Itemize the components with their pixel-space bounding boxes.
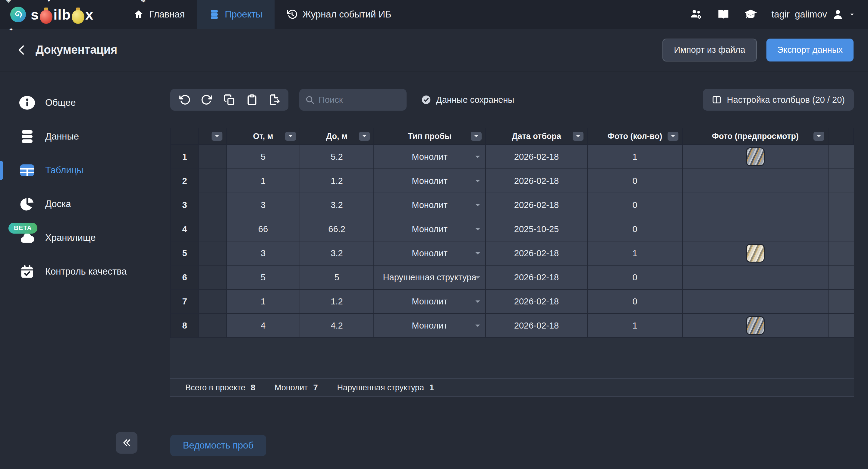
overflow-cell[interactable] (829, 314, 854, 338)
samples-report-button[interactable]: Ведомость проб (170, 435, 266, 456)
row-number-cell[interactable]: 2 (170, 169, 199, 193)
overflow-cell[interactable] (829, 242, 854, 265)
sidebar-item-storage[interactable]: BETA Хранилище (0, 221, 154, 255)
dropdown-caret-icon[interactable] (475, 276, 480, 279)
nav-tab-projects[interactable]: Проекты (197, 0, 274, 29)
sidebar-item-quality-control[interactable]: Контроль качества (0, 255, 154, 288)
row-select-cell[interactable] (199, 145, 227, 169)
import-from-file-button[interactable]: Импорт из файла (662, 39, 756, 61)
sample-type-cell[interactable]: Монолит (374, 314, 486, 338)
from-cell[interactable]: 66 (227, 217, 300, 242)
sample-type-cell[interactable]: Монолит (374, 169, 486, 193)
paste-button[interactable] (246, 94, 258, 105)
export-data-button[interactable]: Экспорт данных (767, 39, 854, 61)
row-select-cell[interactable] (199, 242, 227, 265)
overflow-cell[interactable] (829, 145, 854, 169)
export-rows-button[interactable] (269, 94, 280, 105)
nav-tab-home[interactable]: Главная (121, 0, 197, 29)
to-cell[interactable]: 4.2 (300, 314, 374, 338)
sample-type-cell[interactable]: Монолит (374, 193, 486, 217)
column-menu-button[interactable] (572, 132, 584, 141)
to-cell[interactable]: 5 (300, 265, 374, 290)
from-cell[interactable]: 4 (227, 314, 300, 338)
row-number-cell[interactable]: 5 (170, 242, 199, 265)
row-number-cell[interactable]: 1 (170, 145, 199, 169)
date-cell[interactable]: 2026-02-18 (486, 314, 588, 338)
photo-count-cell[interactable]: 1 (588, 242, 683, 265)
sample-type-cell[interactable]: Монолит (374, 242, 486, 265)
copy-button[interactable] (224, 94, 235, 105)
date-cell[interactable]: 2026-02-18 (486, 265, 588, 290)
from-cell[interactable]: 5 (227, 145, 300, 169)
dropdown-caret-icon[interactable] (475, 300, 480, 304)
row-number-cell[interactable]: 8 (170, 314, 199, 338)
to-cell[interactable]: 5.2 (300, 145, 374, 169)
row-select-cell[interactable] (199, 193, 227, 217)
column-menu-button[interactable] (813, 132, 824, 141)
sidebar-item-data[interactable]: Данные (0, 120, 154, 153)
overflow-cell[interactable] (829, 217, 854, 242)
photo-count-cell[interactable]: 1 (588, 314, 683, 338)
dropdown-caret-icon[interactable] (475, 155, 480, 159)
row-number-cell[interactable]: 6 (170, 265, 199, 290)
photo-count-cell[interactable]: 0 (588, 169, 683, 193)
nav-tab-security-log[interactable]: Журнал событий ИБ (275, 0, 404, 29)
date-cell[interactable]: 2026-02-18 (486, 145, 588, 169)
photo-preview-cell[interactable] (683, 290, 829, 314)
photo-count-cell[interactable]: 0 (588, 193, 683, 217)
row-select-cell[interactable] (199, 314, 227, 338)
photo-preview-cell[interactable] (683, 169, 829, 193)
sample-type-cell[interactable]: Монолит (374, 145, 486, 169)
training-button[interactable] (744, 7, 758, 22)
overflow-cell[interactable] (829, 265, 854, 290)
photo-count-cell[interactable]: 0 (588, 217, 683, 242)
back-button[interactable] (16, 44, 28, 56)
row-select-cell[interactable] (199, 265, 227, 290)
date-cell[interactable]: 2026-02-18 (486, 290, 588, 314)
sidebar-collapse-button[interactable] (116, 432, 137, 454)
sample-type-cell[interactable]: Монолит (374, 217, 486, 242)
to-cell[interactable]: 1.2 (300, 290, 374, 314)
to-cell[interactable]: 66.2 (300, 217, 374, 242)
redo-button[interactable] (201, 94, 213, 105)
to-cell[interactable]: 3.2 (300, 193, 374, 217)
sample-type-cell[interactable]: Нарушенная структура (374, 265, 486, 290)
photo-thumbnail[interactable] (746, 244, 765, 262)
sidebar-item-general[interactable]: Общее (0, 86, 154, 120)
row-select-cell[interactable] (199, 217, 227, 242)
date-cell[interactable]: 2026-02-18 (486, 242, 588, 265)
dropdown-caret-icon[interactable] (475, 227, 480, 231)
photo-preview-cell[interactable] (683, 242, 829, 265)
row-number-cell[interactable]: 7 (170, 290, 199, 314)
photo-thumbnail[interactable] (746, 316, 765, 335)
to-cell[interactable]: 3.2 (300, 242, 374, 265)
dropdown-caret-icon[interactable] (475, 179, 480, 183)
photo-thumbnail[interactable] (746, 147, 765, 166)
from-cell[interactable]: 1 (227, 290, 300, 314)
column-menu-button[interactable] (359, 132, 370, 141)
row-number-cell[interactable]: 3 (170, 193, 199, 217)
column-menu-button[interactable] (668, 132, 678, 141)
column-menu-button[interactable] (285, 132, 296, 141)
photo-preview-cell[interactable] (683, 217, 829, 242)
from-cell[interactable]: 1 (227, 169, 300, 193)
sidebar-item-tables[interactable]: Таблицы (0, 153, 154, 187)
photo-preview-cell[interactable] (683, 265, 829, 290)
from-cell[interactable]: 5 (227, 265, 300, 290)
photo-count-cell[interactable]: 0 (588, 290, 683, 314)
sidebar-item-board[interactable]: Доска (0, 187, 154, 221)
date-cell[interactable]: 2025-10-25 (486, 217, 588, 242)
photo-count-cell[interactable]: 1 (588, 145, 683, 169)
undo-button[interactable] (179, 94, 190, 105)
app-logo[interactable]: silbx (10, 0, 93, 29)
column-menu-button[interactable] (471, 132, 482, 141)
date-cell[interactable]: 2026-02-18 (486, 169, 588, 193)
sample-type-cell[interactable]: Монолит (374, 290, 486, 314)
photo-preview-cell[interactable] (683, 193, 829, 217)
overflow-cell[interactable] (829, 290, 854, 314)
dropdown-caret-icon[interactable] (475, 203, 480, 207)
overflow-cell[interactable] (829, 193, 854, 217)
photo-count-cell[interactable]: 0 (588, 265, 683, 290)
to-cell[interactable]: 1.2 (300, 169, 374, 193)
date-cell[interactable]: 2026-02-18 (486, 193, 588, 217)
